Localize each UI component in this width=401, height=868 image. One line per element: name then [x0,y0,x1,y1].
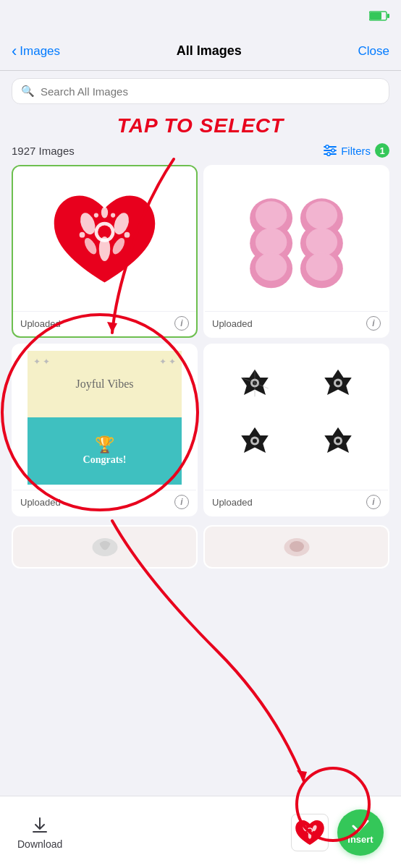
image-card-2-footer: Uploaded i [205,311,388,336]
page-title: All Images [177,43,242,59]
svg-point-20 [101,206,108,218]
card-stars-right: ✦ ✦ [159,357,176,367]
close-button[interactable]: Close [358,44,389,59]
image-card-4[interactable]: Uploaded i [203,344,389,516]
status-bar [0,0,401,32]
image-thumb-2 [205,166,388,311]
partial-inner-1 [13,527,196,567]
svg-point-17 [124,231,130,237]
svg-point-49 [290,541,304,552]
snowflake-1 [216,362,294,415]
image-card-1-label: Uploaded [20,318,61,329]
chevron-left-icon: ‹ [12,42,17,61]
partial-inner-2 [205,527,388,567]
image-card-1-info[interactable]: i [174,316,189,331]
snowflake-3 [216,420,294,473]
info-icon-1: i [180,318,182,328]
image-grid: Uploaded i [0,162,401,522]
svg-point-6 [326,145,329,148]
image-card-1-footer: Uploaded i [13,311,196,336]
bottom-bar: Download Insert [0,796,401,868]
image-card-3-label: Uploaded [20,497,61,508]
selected-thumb-svg [294,817,326,848]
filter-label: Filters [341,145,371,157]
partial-thumb-svg-2 [282,535,311,560]
svg-rect-2 [387,14,389,18]
svg-point-60 [308,832,311,839]
svg-point-13 [99,237,111,261]
insert-button[interactable]: Insert [337,809,384,856]
nav-bar: ‹ Images All Images Close [0,32,401,71]
count-filter-bar: 1927 Images Filters 1 [0,137,401,162]
search-container: 🔍 [0,71,401,111]
back-button[interactable]: ‹ Images [12,42,60,61]
card-signature: Joyful Vibes [75,378,133,391]
card-design: ✦ ✦ ✦ ✦ Joyful Vibes 🏆 Congrats! [28,351,182,485]
card-stars-left: ✦ ✦ [33,357,50,367]
svg-point-19 [111,213,115,217]
svg-point-30 [306,228,337,256]
image-card-3-info[interactable]: i [174,495,189,509]
image-card-4-label: Uploaded [212,497,253,508]
snowflakes-grid [205,351,388,485]
svg-point-29 [256,228,287,256]
svg-point-46 [336,439,340,443]
snowflake-4 [300,420,377,473]
image-thumb-1 [13,166,196,311]
tap-to-select-annotation: TAP TO SELECT [0,111,401,137]
svg-marker-52 [297,770,307,781]
checkmark-icon [352,820,369,833]
partial-card-1[interactable] [12,525,198,569]
images-count: 1927 Images [12,145,75,157]
partial-thumb-svg [90,535,119,560]
svg-point-7 [332,149,334,152]
svg-point-18 [94,213,98,217]
filter-icon [324,145,337,156]
image-card-3-footer: Uploaded i [13,490,196,515]
card-bottom: 🏆 Congrats! [28,417,182,485]
download-icon [30,815,50,835]
svg-point-31 [256,252,287,281]
svg-point-43 [253,439,257,443]
card-trophy-text: Congrats! [83,454,127,466]
download-label: Download [17,838,62,850]
search-icon: 🔍 [21,85,35,98]
pink-blob-svg [240,183,353,295]
download-button[interactable]: Download [17,815,62,850]
image-card-2-info[interactable]: i [366,316,381,331]
card-trophy: 🏆 Congrats! [83,435,127,466]
insert-label: Insert [347,834,373,845]
info-icon-4: i [372,497,374,507]
back-label: Images [20,44,60,59]
partial-grid [0,522,401,574]
info-icon-2: i [372,318,374,328]
svg-point-16 [80,231,85,237]
image-card-3[interactable]: ✦ ✦ ✦ ✦ Joyful Vibes 🏆 Congrats! Uploade… [12,344,198,516]
svg-point-27 [256,201,287,229]
filter-button[interactable]: Filters 1 [324,143,389,158]
snowflake-2 [300,362,377,415]
search-bar[interactable]: 🔍 [12,78,389,104]
bottom-center: Insert [291,809,384,856]
heart-ornamental-svg [48,183,161,295]
battery-icon [369,11,389,21]
image-card-2-label: Uploaded [212,318,253,329]
image-thumb-3: ✦ ✦ ✦ ✦ Joyful Vibes 🏆 Congrats! [13,345,196,490]
svg-point-40 [336,380,340,385]
filter-badge: 1 [375,143,389,158]
svg-point-32 [306,252,337,281]
info-icon-3: i [180,497,182,507]
image-card-1[interactable]: Uploaded i [12,165,198,338]
card-top: ✦ ✦ ✦ ✦ Joyful Vibes [28,351,182,418]
partial-card-2[interactable] [203,525,389,569]
image-card-4-footer: Uploaded i [205,490,388,515]
selected-thumbnail [291,814,329,851]
image-card-2[interactable]: Uploaded i [203,165,389,338]
svg-point-28 [306,201,337,229]
svg-point-8 [327,153,330,156]
search-input[interactable] [41,85,380,98]
image-card-4-info[interactable]: i [366,495,381,509]
image-thumb-4 [205,345,388,490]
svg-rect-1 [370,12,381,20]
